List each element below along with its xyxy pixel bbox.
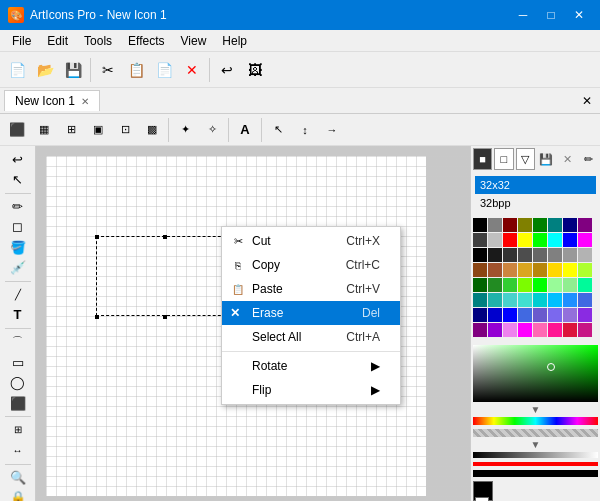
palette-color-19[interactable]: [518, 248, 532, 262]
st-btn-1[interactable]: ⬛: [4, 117, 30, 143]
menu-tools[interactable]: Tools: [76, 30, 120, 51]
ctx-select-all[interactable]: Select All Ctrl+A: [222, 325, 400, 349]
tool-curve[interactable]: ⌒: [4, 333, 32, 351]
ctx-rotate[interactable]: Rotate ▶: [222, 354, 400, 378]
palette-color-62[interactable]: [563, 323, 577, 337]
tool-eraser[interactable]: ◻: [4, 218, 32, 236]
tab-new-icon-1[interactable]: New Icon 1 ✕: [4, 90, 100, 111]
palette-color-43[interactable]: [518, 293, 532, 307]
new-btn[interactable]: 📄: [4, 57, 30, 83]
right-btn-del[interactable]: ✕: [558, 148, 577, 170]
palette-color-35[interactable]: [518, 278, 532, 292]
st-btn-arrow1[interactable]: ↕: [292, 117, 318, 143]
palette-color-49[interactable]: [488, 308, 502, 322]
tool-line[interactable]: ╱: [4, 285, 32, 303]
tool-zoom[interactable]: 🔍: [4, 468, 32, 486]
minimize-button[interactable]: ─: [510, 5, 536, 25]
palette-color-52[interactable]: [533, 308, 547, 322]
palette-color-13[interactable]: [548, 233, 562, 247]
right-btn-edit[interactable]: ✏: [579, 148, 598, 170]
menu-edit[interactable]: Edit: [39, 30, 76, 51]
paste-btn[interactable]: 📄: [151, 57, 177, 83]
tool-filled[interactable]: ⬛: [4, 394, 32, 412]
tool-dropper[interactable]: 💉: [4, 258, 32, 276]
palette-color-45[interactable]: [548, 293, 562, 307]
palette-color-31[interactable]: [578, 263, 592, 277]
palette-color-25[interactable]: [488, 263, 502, 277]
save-btn[interactable]: 💾: [60, 57, 86, 83]
palette-color-34[interactable]: [503, 278, 517, 292]
palette-color-28[interactable]: [533, 263, 547, 277]
palette-color-8[interactable]: [473, 233, 487, 247]
palette-color-59[interactable]: [518, 323, 532, 337]
menu-view[interactable]: View: [173, 30, 215, 51]
open-btn[interactable]: 📂: [32, 57, 58, 83]
ctx-erase[interactable]: ✕ Erase Del: [222, 301, 400, 325]
palette-color-9[interactable]: [488, 233, 502, 247]
tool-fill[interactable]: 🪣: [4, 238, 32, 256]
palette-color-54[interactable]: [563, 308, 577, 322]
right-btn-2[interactable]: □: [494, 148, 513, 170]
palette-color-6[interactable]: [563, 218, 577, 232]
tool-rect[interactable]: ▭: [4, 353, 32, 371]
color-gradient-picker[interactable]: [473, 345, 598, 402]
palette-color-4[interactable]: [533, 218, 547, 232]
tool-lock[interactable]: 🔒: [4, 489, 32, 501]
palette-color-16[interactable]: [473, 248, 487, 262]
st-btn-3[interactable]: ⊞: [58, 117, 84, 143]
tab-close-btn[interactable]: ✕: [81, 96, 89, 107]
ctx-cut[interactable]: ✂ Cut Ctrl+X: [222, 229, 400, 253]
palette-color-17[interactable]: [488, 248, 502, 262]
palette-color-23[interactable]: [578, 248, 592, 262]
palette-color-48[interactable]: [473, 308, 487, 322]
delete-btn[interactable]: ✕: [179, 57, 205, 83]
tool-select[interactable]: ↩: [4, 150, 32, 168]
st-btn-2[interactable]: ▦: [31, 117, 57, 143]
palette-color-30[interactable]: [563, 263, 577, 277]
palette-color-20[interactable]: [533, 248, 547, 262]
undo-btn[interactable]: ↩: [214, 57, 240, 83]
st-btn-4[interactable]: ▣: [85, 117, 111, 143]
transparency-slider[interactable]: [473, 429, 598, 437]
grey-bar[interactable]: [473, 452, 598, 459]
tool-text[interactable]: T: [4, 306, 32, 324]
st-btn-7[interactable]: ✦: [172, 117, 198, 143]
palette-color-39[interactable]: [578, 278, 592, 292]
menu-help[interactable]: Help: [214, 30, 255, 51]
maximize-button[interactable]: □: [538, 5, 564, 25]
tool-ellipse[interactable]: ◯: [4, 373, 32, 391]
palette-color-32[interactable]: [473, 278, 487, 292]
close-button[interactable]: ✕: [566, 5, 592, 25]
palette-color-60[interactable]: [533, 323, 547, 337]
palette-color-57[interactable]: [488, 323, 502, 337]
hue-slider[interactable]: [473, 417, 598, 425]
palette-color-55[interactable]: [578, 308, 592, 322]
tab-area-close[interactable]: ✕: [578, 94, 596, 108]
palette-color-44[interactable]: [533, 293, 547, 307]
menu-effects[interactable]: Effects: [120, 30, 172, 51]
palette-color-63[interactable]: [578, 323, 592, 337]
palette-color-3[interactable]: [518, 218, 532, 232]
tool-grid[interactable]: ⊞: [4, 421, 32, 439]
tool-pencil[interactable]: ✏: [4, 197, 32, 215]
palette-color-1[interactable]: [488, 218, 502, 232]
palette-color-36[interactable]: [533, 278, 547, 292]
palette-color-12[interactable]: [533, 233, 547, 247]
menu-file[interactable]: File: [4, 30, 39, 51]
palette-color-41[interactable]: [488, 293, 502, 307]
st-btn-arrow2[interactable]: →: [319, 117, 345, 143]
palette-color-22[interactable]: [563, 248, 577, 262]
right-btn-1[interactable]: ■: [473, 148, 492, 170]
palette-color-38[interactable]: [563, 278, 577, 292]
size-32x32[interactable]: 32x32: [475, 176, 596, 194]
palette-color-46[interactable]: [563, 293, 577, 307]
palette-color-51[interactable]: [518, 308, 532, 322]
copy-btn[interactable]: 📋: [123, 57, 149, 83]
palette-color-53[interactable]: [548, 308, 562, 322]
palette-color-7[interactable]: [578, 218, 592, 232]
palette-color-40[interactable]: [473, 293, 487, 307]
export-btn[interactable]: 🖼: [242, 57, 268, 83]
palette-color-5[interactable]: [548, 218, 562, 232]
ctx-flip[interactable]: Flip ▶: [222, 378, 400, 402]
palette-color-58[interactable]: [503, 323, 517, 337]
